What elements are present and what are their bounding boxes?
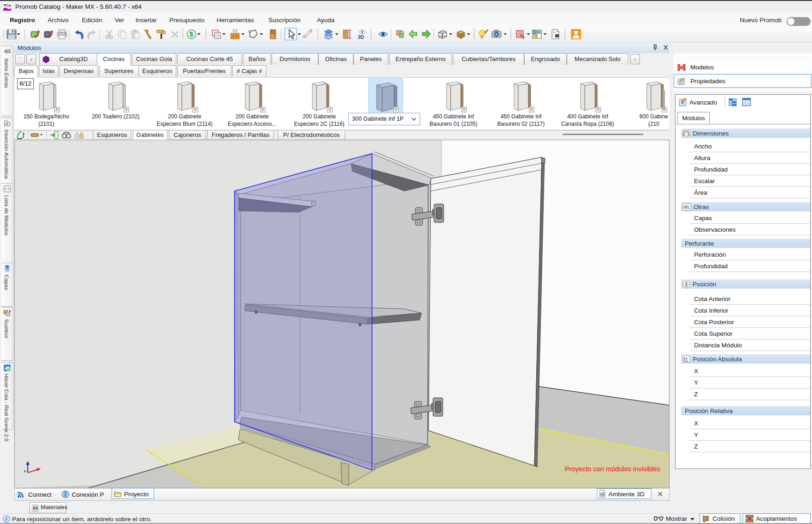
svg-text:etc: etc xyxy=(684,204,690,210)
svg-text:$: $ xyxy=(190,31,193,38)
svg-text:3D: 3D xyxy=(358,34,364,40)
svg-text:PCa: PCa xyxy=(4,3,11,7)
svg-text:Proyecto con módulos invisible: Proyecto con módulos invisibles xyxy=(565,465,660,473)
